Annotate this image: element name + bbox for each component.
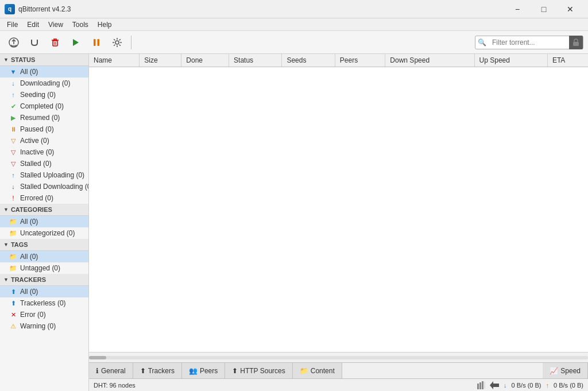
- sidebar-item-0[interactable]: 📁All (0): [0, 216, 88, 227]
- col-seeds[interactable]: Seeds: [282, 54, 335, 67]
- tab-peers[interactable]: 👥Peers: [182, 363, 225, 379]
- col-done[interactable]: Done: [181, 54, 229, 67]
- col-peers[interactable]: Peers: [335, 54, 385, 67]
- sidebar-icon-6: ▽: [9, 137, 17, 145]
- sidebar-item-4[interactable]: ▶Resumed (0): [0, 112, 88, 123]
- status-section-header[interactable]: ▼ STATUS: [0, 54, 88, 66]
- status-items: ▼All (0)↓Downloading (0)↑Seeding (0)✔Com…: [0, 66, 88, 204]
- tab-label-0: General: [101, 367, 126, 375]
- sidebar-item-0[interactable]: ⬆All (0): [0, 286, 88, 297]
- trackers-section-header[interactable]: ▼ TRACKERS: [0, 274, 88, 286]
- table-header: NameSizeDoneStatusSeedsPeersDown SpeedUp…: [89, 54, 588, 67]
- lock-button[interactable]: [569, 36, 583, 49]
- col-down-speed[interactable]: Down Speed: [385, 54, 474, 67]
- sidebar-label-2: Error (0): [20, 311, 46, 319]
- svg-rect-15: [482, 381, 483, 389]
- minimize-button[interactable]: −: [504, 0, 531, 18]
- dht-status: DHT: 96 nodes: [94, 382, 136, 389]
- sidebar-item-1[interactable]: ⬆Trackerless (0): [0, 297, 88, 309]
- sidebar-item-3[interactable]: ✔Completed (0): [0, 100, 88, 112]
- sidebar-item-2[interactable]: ✕Error (0): [0, 309, 88, 320]
- sidebar-icon-0: 📁: [9, 253, 17, 261]
- tab-general[interactable]: ℹGeneral: [89, 363, 133, 379]
- svg-rect-13: [477, 384, 479, 389]
- delete-button[interactable]: [46, 34, 64, 51]
- col-status[interactable]: Status: [229, 54, 282, 67]
- sidebar-item-1[interactable]: 📁Uncategorized (0): [0, 227, 88, 239]
- categories-section-header[interactable]: ▼ CATEGORIES: [0, 204, 88, 216]
- sidebar-icon-10: ↓: [9, 183, 17, 191]
- add-torrent-button[interactable]: [5, 34, 23, 51]
- sidebar-item-11[interactable]: !Errored (0): [0, 192, 88, 204]
- torrent-list: NameSizeDoneStatusSeedsPeersDown SpeedUp…: [89, 54, 588, 67]
- sidebar-label-10: Stalled Downloading (0): [20, 183, 89, 191]
- peers-icon: 👥: [189, 367, 198, 375]
- tab-trackers[interactable]: ⬆Trackers: [133, 363, 182, 379]
- svg-rect-10: [98, 39, 100, 46]
- sidebar-item-1[interactable]: 📁Untagged (0): [0, 262, 88, 274]
- sidebar-item-10[interactable]: ↓Stalled Downloading (0): [0, 181, 88, 192]
- svg-marker-8: [73, 39, 79, 46]
- sidebar-item-2[interactable]: ↑Seeding (0): [0, 89, 88, 100]
- tags-section-header[interactable]: ▼ TAGS: [0, 239, 88, 251]
- sidebar-icon-7: ▽: [9, 148, 17, 156]
- sidebar-icon-2: ↑: [9, 91, 17, 99]
- menu-item-file[interactable]: File: [2, 20, 22, 30]
- tab-content[interactable]: 📁Content: [293, 363, 342, 379]
- sidebar-item-8[interactable]: ▽Stalled (0): [0, 158, 88, 169]
- filter-input[interactable]: [489, 38, 569, 47]
- sidebar-icon-3: ⚠: [9, 322, 17, 330]
- sidebar-item-7[interactable]: ▽Inactive (0): [0, 146, 88, 158]
- maximize-button[interactable]: □: [531, 0, 557, 18]
- sidebar-item-9[interactable]: ↑Stalled Uploading (0): [0, 169, 88, 181]
- down-speed: 0 B/s (0 B): [512, 382, 541, 389]
- sidebar-item-5[interactable]: ⏸Paused (0): [0, 123, 88, 135]
- sidebar-item-3[interactable]: ⚠Warning (0): [0, 320, 88, 332]
- resume-button[interactable]: [67, 34, 85, 51]
- up-speed: 0 B/s (0 B): [554, 382, 583, 389]
- sidebar-label-3: Warning (0): [20, 322, 56, 330]
- options-button[interactable]: [108, 34, 126, 51]
- sidebar-item-6[interactable]: ▽Active (0): [0, 135, 88, 146]
- sidebar-label-11: Errored (0): [20, 194, 53, 202]
- http-sources-icon: ⬆: [232, 367, 238, 375]
- svg-rect-12: [573, 42, 579, 46]
- sidebar-item-0[interactable]: ▼All (0): [0, 66, 88, 78]
- app-icon: q: [5, 4, 15, 14]
- sidebar-icon-1: 📁: [9, 229, 17, 237]
- sidebar-icon-2: ✕: [9, 311, 17, 319]
- sidebar-icon-4: ▶: [9, 114, 17, 122]
- tab-label-1: Trackers: [148, 367, 175, 375]
- menu-item-view[interactable]: View: [44, 20, 68, 30]
- tab-http-sources[interactable]: ⬆HTTP Sources: [225, 363, 292, 379]
- sidebar-icon-0: ▼: [9, 68, 17, 76]
- menubar: FileEditViewToolsHelp: [0, 18, 588, 31]
- sidebar-label-1: Trackerless (0): [20, 299, 66, 307]
- menu-item-tools[interactable]: Tools: [68, 20, 93, 30]
- menu-item-edit[interactable]: Edit: [22, 20, 44, 30]
- sidebar-icon-8: ▽: [9, 160, 17, 168]
- trackers-items: ⬆All (0)⬆Trackerless (0)✕Error (0)⚠Warni…: [0, 286, 88, 332]
- col-up-speed[interactable]: Up Speed: [474, 54, 547, 67]
- add-magnet-button[interactable]: [25, 34, 44, 51]
- horizontal-scrollbar[interactable]: [89, 352, 588, 362]
- pause-button[interactable]: [87, 34, 106, 51]
- titlebar: q qBittorrent v4.2.3 − □ ✕: [0, 0, 588, 18]
- torrent-table[interactable]: NameSizeDoneStatusSeedsPeersDown SpeedUp…: [89, 54, 588, 352]
- filter-box[interactable]: 🔍: [475, 36, 583, 49]
- sidebar-label-7: Inactive (0): [20, 148, 54, 156]
- sidebar-item-1[interactable]: ↓Downloading (0): [0, 78, 88, 89]
- sidebar-item-0[interactable]: 📁All (0): [0, 251, 88, 262]
- sidebar-label-1: Downloading (0): [20, 79, 70, 87]
- sidebar-label-5: Paused (0): [20, 125, 54, 133]
- sidebar-label-6: Active (0): [20, 137, 49, 145]
- tab-speed[interactable]: 📈Speed: [543, 363, 588, 379]
- col-eta[interactable]: ETA: [547, 54, 588, 67]
- menu-item-help[interactable]: Help: [93, 20, 117, 30]
- close-button[interactable]: ✕: [557, 0, 583, 18]
- col-name[interactable]: Name: [89, 54, 140, 67]
- sidebar-icon-1: ⬆: [9, 299, 17, 307]
- col-size[interactable]: Size: [140, 54, 181, 67]
- toolbar: 🔍: [0, 31, 588, 54]
- tab-label-4: Content: [311, 367, 335, 375]
